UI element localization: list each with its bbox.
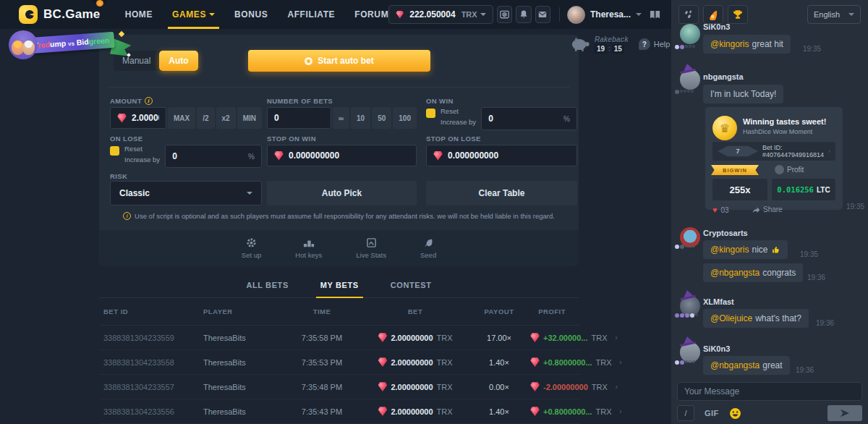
logo[interactable]: BC.Game bbox=[19, 5, 101, 24]
rain-icon bbox=[684, 9, 694, 20]
user-mention[interactable]: @nbgangsta bbox=[710, 268, 760, 278]
on-lose-increase-input[interactable] bbox=[172, 151, 243, 161]
emoji-button[interactable] bbox=[729, 407, 741, 420]
table-row[interactable]: 3388381304233556 TheresaBits 7:35:43 PM … bbox=[99, 399, 580, 424]
info-icon[interactable]: i bbox=[145, 97, 153, 105]
tab-auto[interactable]: Auto bbox=[159, 51, 197, 71]
info-icon: i bbox=[123, 212, 131, 220]
chat-message-input[interactable] bbox=[684, 386, 855, 397]
menu-item-home[interactable]: HOME bbox=[125, 0, 153, 29]
menu-item-affiliate[interactable]: AFFILIATE bbox=[287, 0, 335, 29]
balance-pill[interactable]: 222.050004 TRX bbox=[388, 5, 493, 24]
language-selector[interactable]: English bbox=[807, 5, 861, 24]
on-win-row: Reset Increase by % bbox=[426, 107, 577, 130]
user-mention[interactable]: @Oliejuice bbox=[710, 313, 752, 323]
bet-time: 7:35:58 PM bbox=[281, 334, 362, 342]
timer-minutes: 19 bbox=[595, 44, 607, 54]
on-win-reset-checkbox[interactable] bbox=[426, 109, 435, 118]
user-menu[interactable]: Theresa... bbox=[567, 6, 642, 24]
amount-min-button[interactable]: MIN bbox=[237, 107, 262, 129]
share-button[interactable]: Share bbox=[752, 205, 783, 213]
risk-dropdown[interactable]: Classic bbox=[110, 181, 262, 205]
menu-item-bonus[interactable]: BONUS bbox=[234, 0, 268, 29]
commands-button[interactable]: / bbox=[677, 405, 694, 421]
contest-button[interactable] bbox=[728, 5, 748, 24]
table-row[interactable]: 3388381304233557 TheresaBits 7:35:48 PM … bbox=[99, 375, 580, 399]
percent-label: % bbox=[563, 115, 570, 123]
on-win-input-box: % bbox=[481, 107, 577, 130]
stop-on-win-input[interactable] bbox=[289, 150, 409, 161]
on-lose-input-box: % bbox=[165, 145, 262, 168]
tab-contest[interactable]: CONTEST bbox=[391, 274, 432, 297]
win-card-bet-id[interactable]: 7 Bet ID: #4076447949916814 › bbox=[712, 142, 835, 161]
chat-username[interactable]: SiK0n3 bbox=[703, 22, 730, 31]
user-mention[interactable]: @kingoris bbox=[710, 39, 749, 49]
coin-rain-button[interactable] bbox=[678, 5, 699, 24]
event-banner[interactable]: Tredump vs Bidgreen bbox=[7, 29, 137, 61]
help-button[interactable]: ? Help bbox=[639, 38, 671, 50]
avatar[interactable] bbox=[680, 24, 700, 44]
mail-button[interactable] bbox=[535, 6, 551, 23]
setup-button[interactable]: Set up bbox=[242, 237, 261, 259]
sparkle-icon bbox=[119, 31, 124, 37]
avatar[interactable] bbox=[680, 342, 700, 362]
number-of-bets-row: ∞ 10 50 100 bbox=[267, 107, 417, 129]
chat-username[interactable]: XLMfast bbox=[703, 297, 734, 306]
notifications-button[interactable] bbox=[516, 6, 532, 23]
timer-seconds: 15 bbox=[612, 44, 624, 54]
amount-input[interactable] bbox=[132, 113, 159, 123]
send-message-button[interactable] bbox=[827, 405, 862, 421]
fireball-button[interactable] bbox=[703, 5, 723, 24]
banner-badge bbox=[9, 30, 38, 59]
trx-gem-icon bbox=[396, 11, 404, 19]
trx-gem-icon bbox=[117, 114, 127, 123]
chat-username[interactable]: Cryptosarts bbox=[703, 229, 748, 237]
on-lose-reset-checkbox[interactable] bbox=[110, 146, 119, 156]
chat-username[interactable]: nbgangsta bbox=[703, 72, 744, 81]
user-mention[interactable]: @kingoris bbox=[710, 245, 749, 255]
user-mention[interactable]: @nbgangsta bbox=[710, 360, 760, 370]
menu-item-forum[interactable]: FORUM bbox=[354, 0, 388, 29]
number-of-bets-input[interactable] bbox=[274, 113, 324, 123]
tab-all-bets[interactable]: ALL BETS bbox=[246, 274, 288, 297]
chevron-down-icon bbox=[636, 13, 642, 16]
avatar[interactable] bbox=[680, 69, 700, 90]
stop-on-win-label: STOP ON WIN bbox=[267, 135, 316, 143]
seed-label: Seed bbox=[420, 251, 436, 259]
bet-currency: TRX bbox=[437, 334, 453, 342]
currency-selector[interactable]: TRX bbox=[461, 10, 486, 19]
bets-50-button[interactable]: 50 bbox=[372, 107, 391, 129]
risk-value: Classic bbox=[119, 188, 150, 198]
chat-toggle-button[interactable] bbox=[649, 9, 661, 20]
win-card[interactable]: ♛ Winning tastes sweet! HashDice Wow Mom… bbox=[705, 107, 843, 210]
tab-my-bets[interactable]: MY BETS bbox=[320, 274, 359, 297]
profit-amount: -2.00000000 bbox=[543, 383, 588, 391]
clear-table-button[interactable]: Clear Table bbox=[426, 181, 577, 205]
likes-button[interactable]: ♥ 03 bbox=[712, 205, 729, 214]
chat-username[interactable]: SiK0n3 bbox=[703, 344, 730, 353]
bets-infinite-button[interactable]: ∞ bbox=[333, 107, 349, 129]
seed-button[interactable]: Seed bbox=[420, 237, 436, 259]
gif-button[interactable]: GIF bbox=[705, 409, 719, 417]
on-win-increase-input[interactable] bbox=[488, 114, 558, 124]
bet-time: 7:35:48 PM bbox=[281, 383, 362, 391]
table-row[interactable]: 3388381304233558 TheresaBits 7:35:53 PM … bbox=[99, 350, 580, 375]
amount-double-button[interactable]: x2 bbox=[216, 107, 236, 129]
amount-half-button[interactable]: /2 bbox=[197, 107, 214, 129]
chat-topbar: English bbox=[671, 0, 868, 29]
bets-10-button[interactable]: 10 bbox=[351, 107, 370, 129]
bets-100-button[interactable]: 100 bbox=[393, 107, 417, 129]
user-badges bbox=[675, 313, 698, 318]
live-stats-button[interactable]: Live Stats bbox=[356, 237, 386, 259]
stop-on-lose-input[interactable] bbox=[448, 150, 570, 161]
vault-button[interactable] bbox=[497, 6, 513, 23]
hot-keys-button[interactable]: Hot keys bbox=[295, 238, 322, 259]
auto-pick-button[interactable]: Auto Pick bbox=[267, 181, 417, 205]
menu-item-games[interactable]: GAMES bbox=[172, 0, 215, 29]
table-row[interactable]: 3388381304233559 TheresaBits 7:35:58 PM … bbox=[99, 326, 580, 350]
col-bet: BET bbox=[362, 308, 468, 315]
start-auto-bet-button[interactable]: Start auto bet bbox=[248, 50, 430, 72]
trx-gem-icon bbox=[433, 151, 443, 161]
gear-icon bbox=[246, 237, 257, 248]
amount-max-button[interactable]: MAX bbox=[168, 107, 195, 129]
